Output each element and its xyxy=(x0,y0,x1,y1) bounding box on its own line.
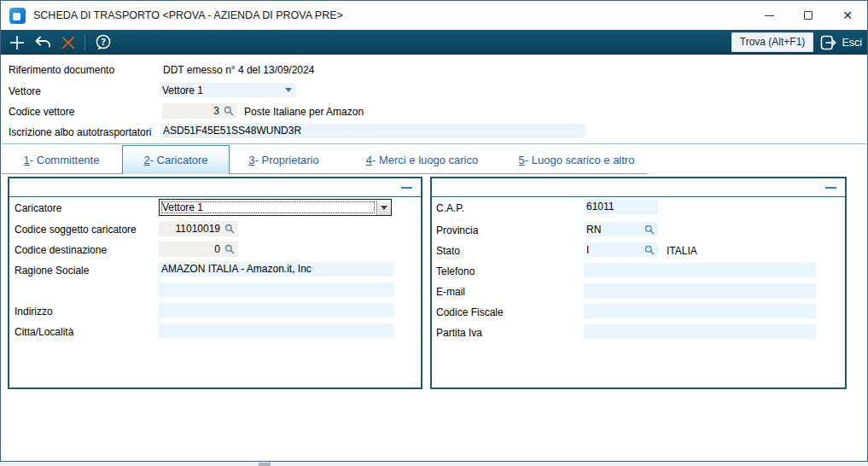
codice-fiscale-label: Codice Fiscale xyxy=(436,306,504,318)
caricatore-value: Vettore 1 xyxy=(160,200,376,215)
indirizzo-field[interactable] xyxy=(159,303,393,317)
svg-text:?: ? xyxy=(101,36,106,46)
delete-x-icon xyxy=(61,35,76,50)
codice-soggetto-label: Codice soggetto caricatore xyxy=(15,224,137,236)
cap-field[interactable]: 61011 xyxy=(584,200,658,214)
ragione-sociale-field[interactable]: AMAZON ITALIA - Amazon.it, Inc xyxy=(159,262,393,277)
trova-button[interactable]: Trova (Alt+F1) xyxy=(731,32,814,52)
codice-soggetto-value: 11010019 xyxy=(176,223,221,235)
tab-caricatore[interactable]: 2 - Caricatore xyxy=(122,145,230,174)
help-icon: ? xyxy=(94,33,113,52)
stato-field[interactable]: I xyxy=(584,242,658,257)
provincia-value: RN xyxy=(586,224,601,236)
plus-icon xyxy=(9,34,26,51)
maximize-button[interactable] xyxy=(789,1,828,30)
riferimento-documento-label: Riferimento documento xyxy=(9,64,114,76)
close-button[interactable]: ✕ xyxy=(828,1,867,30)
ragione-sociale-label: Ragione Sociale xyxy=(15,265,89,277)
chevron-down-icon xyxy=(285,88,292,92)
telefono-label: Telefono xyxy=(436,265,475,277)
ragione-sociale-field-2[interactable] xyxy=(159,283,393,297)
background-window-notch xyxy=(259,463,271,466)
title-bar: SCHEDA DI TRASPORTO <PROVA - AZIENDA DI … xyxy=(1,1,867,30)
codice-destinazione-value: 0 xyxy=(214,243,220,255)
riferimento-documento-value: DDT emesso n° 4 del 13/09/2024 xyxy=(163,64,314,76)
lookup-magnifier-icon[interactable] xyxy=(644,224,655,235)
help-button[interactable]: ? xyxy=(90,30,116,55)
lookup-magnifier-icon[interactable] xyxy=(224,106,234,116)
citta-localita-label: Citta/Località xyxy=(15,326,73,338)
caricatore-panel: Caricatore Vettore 1 Codice soggetto car… xyxy=(8,177,422,389)
partita-iva-field[interactable] xyxy=(584,324,816,339)
citta-localita-field[interactable] xyxy=(159,323,393,338)
lookup-magnifier-icon[interactable] xyxy=(644,245,655,255)
caricatore-combobox[interactable]: Vettore 1 xyxy=(159,199,392,216)
undo-button[interactable] xyxy=(30,30,55,55)
email-label: E-mail xyxy=(436,286,465,298)
indirizzo-label: Indirizzo xyxy=(15,306,53,317)
codice-vettore-description: Poste Italiane per Amazon xyxy=(244,106,364,118)
lookup-magnifier-icon[interactable] xyxy=(224,244,235,254)
exit-icon xyxy=(820,35,837,50)
stato-description: ITALIA xyxy=(667,245,697,257)
codice-soggetto-field[interactable]: 11010019 xyxy=(159,221,238,236)
undo-icon xyxy=(33,34,52,51)
tab-proprietario[interactable]: 3 - Proprietario xyxy=(230,145,338,174)
stato-value: I xyxy=(586,244,589,256)
iscrizione-albo-label: Iscrizione albo autotrasportatori xyxy=(9,126,151,138)
tab-strip: 1 - Committente 2 - Caricatore 3 - Propr… xyxy=(2,145,647,174)
vettore-label: Vettore xyxy=(9,85,41,97)
tab-committente[interactable]: 1 - Committente xyxy=(2,145,121,174)
provincia-field[interactable]: RN xyxy=(584,222,658,236)
codice-vettore-label: Codice vettore xyxy=(9,106,74,118)
new-record-button[interactable] xyxy=(4,30,30,55)
chevron-down-icon xyxy=(381,206,387,210)
partita-iva-label: Partita Iva xyxy=(436,327,482,339)
header-form: Riferimento documento DDT emesso n° 4 de… xyxy=(2,55,866,144)
vettore-dropdown[interactable]: Vettore 1 xyxy=(160,83,296,97)
window-title: SCHEDA DI TRASPORTO <PROVA - AZIENDA DI … xyxy=(33,9,343,21)
iscrizione-albo-field[interactable]: ASD51F45E51SS48WUND3R xyxy=(160,124,585,138)
lookup-magnifier-icon[interactable] xyxy=(224,224,235,234)
minimize-icon xyxy=(765,15,774,16)
app-window: SCHEDA DI TRASPORTO <PROVA - AZIENDA DI … xyxy=(0,0,868,462)
caricatore-panel-header xyxy=(9,178,421,197)
email-field[interactable] xyxy=(584,283,816,298)
delete-record-button[interactable] xyxy=(55,30,81,55)
telefono-field[interactable] xyxy=(584,263,816,277)
tab-merci-luogo-carico[interactable]: 4 - Merci e luogo carico xyxy=(338,145,506,174)
codice-destinazione-field[interactable]: 0 xyxy=(159,242,238,257)
codice-vettore-field[interactable]: 3 xyxy=(162,103,237,119)
tab-luogo-scarico[interactable]: 5 - Luogo scarico e altro xyxy=(506,145,647,174)
caricatore-dropdown-button[interactable] xyxy=(376,200,391,215)
collapse-minus-icon[interactable] xyxy=(825,187,836,189)
close-icon: ✕ xyxy=(842,9,853,21)
desktop-strip xyxy=(0,462,868,466)
minimize-button[interactable] xyxy=(749,1,789,30)
collapse-minus-icon[interactable] xyxy=(401,187,412,189)
vettore-value: Vettore 1 xyxy=(162,84,203,96)
esci-label: Esci xyxy=(842,37,862,49)
toolbar: ? Trova (Alt+F1) Esci xyxy=(1,30,867,55)
maximize-icon xyxy=(804,11,813,20)
codice-fiscale-field[interactable] xyxy=(584,304,816,318)
caricatore-label: Caricatore xyxy=(15,202,61,214)
cap-label: C.A.P. xyxy=(436,202,464,214)
stato-label: Stato xyxy=(436,245,460,257)
dettagli-panel: C.A.P. 61011 Provincia RN Stato I xyxy=(430,177,847,389)
app-icon xyxy=(9,8,26,24)
dettagli-panel-header xyxy=(432,178,845,197)
esci-button[interactable]: Esci xyxy=(820,35,862,50)
toolbar-separator xyxy=(84,34,85,51)
codice-destinazione-label: Codice destinazione xyxy=(15,244,107,256)
provincia-label: Provincia xyxy=(436,224,478,236)
codice-vettore-value: 3 xyxy=(213,105,219,117)
